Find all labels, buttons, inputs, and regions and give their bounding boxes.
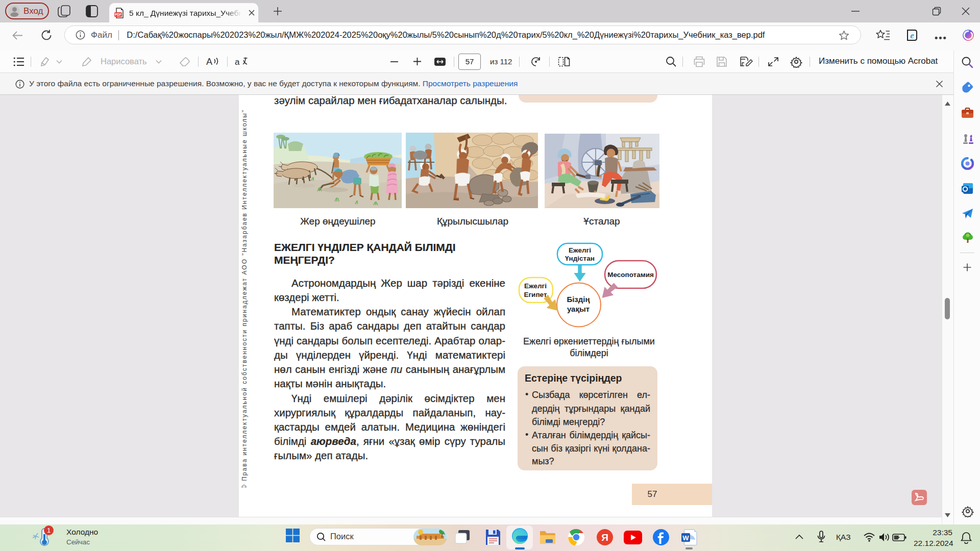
svg-text:W: W xyxy=(682,534,689,542)
svg-text:Египет: Египет xyxy=(524,291,547,298)
svg-text:a: a xyxy=(235,57,240,67)
svg-text:Ежелгі: Ежелгі xyxy=(569,246,591,254)
svg-text:Ежелгі: Ежелгі xyxy=(524,282,547,290)
svg-text:Месопотамия: Месопотамия xyxy=(607,271,654,279)
svg-text:e: e xyxy=(910,31,914,40)
svg-text:A: A xyxy=(206,57,212,67)
svg-text:уақыт: уақыт xyxy=(567,305,590,313)
svg-text:Біздің: Біздің xyxy=(567,295,590,304)
svg-text:PDF: PDF xyxy=(115,13,121,16)
svg-text:Үндістан: Үндістан xyxy=(565,255,595,262)
svg-text:Я: Я xyxy=(601,532,608,543)
